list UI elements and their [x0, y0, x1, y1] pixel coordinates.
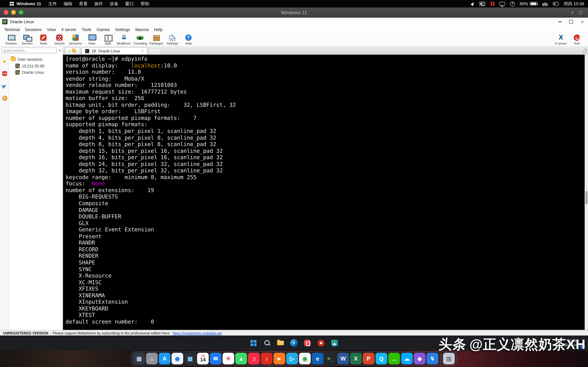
dock-icon-tencent-video[interactable]: ► [274, 353, 285, 364]
parallels-icon[interactable] [490, 1, 495, 6]
terminal-scrollbar[interactable] [585, 55, 588, 330]
menubar-menu-文件[interactable]: 文件 [45, 1, 60, 7]
sidebar-tab-globe[interactable] [1, 95, 8, 101]
minimize-button[interactable] [554, 17, 565, 26]
moba-menu-terminal[interactable]: Terminal [1, 27, 22, 32]
menubar-menu-设备[interactable]: 设备 [106, 1, 122, 7]
close-button[interactable]: × [577, 17, 588, 26]
dock-icon-word[interactable]: W [337, 353, 349, 364]
dock-icon-powerpoint[interactable]: P [363, 353, 374, 364]
moba-menu-macros[interactable]: Macros [133, 27, 151, 32]
quick-connect-input[interactable] [1, 48, 57, 53]
toolbar-tools-button[interactable]: Tools [35, 33, 51, 47]
tab-oracle-linux[interactable]: 18. Oracle Linux × [81, 47, 147, 54]
wifi-icon[interactable] [542, 2, 548, 6]
tab-new[interactable] [148, 48, 161, 54]
menubar-menu-查看[interactable]: 查看 [76, 1, 91, 7]
dock-icon-launchpad[interactable]: ▦ [133, 353, 145, 364]
moba-menu-x-server[interactable]: X server [59, 27, 79, 32]
zoom-window-button[interactable] [19, 10, 23, 15]
tab-home[interactable]: ↑ [64, 47, 80, 54]
taskbar-search-button[interactable] [262, 338, 272, 348]
dock-icon-trash[interactable]: ▥ [443, 353, 455, 364]
taskbar-app-pink-button[interactable] [302, 338, 313, 348]
dock-icon-calendar[interactable]: 7月14 [197, 353, 209, 364]
menubar-menu-窗口[interactable]: 窗口 [122, 1, 137, 7]
taskbar-edge-button[interactable] [289, 338, 299, 348]
dock-icon-terminal[interactable]: >_ [325, 353, 336, 364]
dock-icon-music[interactable]: ♫ [248, 353, 260, 364]
dock-icon-mail[interactable]: ✉ [210, 353, 221, 364]
vm-window-titlebar[interactable]: Windows 11 ▾ [0, 8, 588, 17]
toolbar-settings-button[interactable]: Settings [164, 33, 180, 47]
dock-icon-thunder[interactable]: ↯ [427, 353, 438, 364]
dock-icon-photos[interactable]: ✳ [223, 353, 234, 364]
tree-item-session[interactable]: Oracle Linux [10, 69, 62, 75]
input-source-icon[interactable] [479, 1, 485, 6]
toolbar-tunneling-button[interactable]: Tunneling [132, 33, 148, 47]
gear-icon[interactable] [579, 10, 583, 14]
sidebar-tab-tools[interactable] [1, 70, 8, 77]
minimize-window-button[interactable] [11, 10, 16, 15]
tree-root-user-sessions[interactable]: User sessions [10, 56, 62, 63]
toolbar-servers-button[interactable]: Servers [19, 33, 35, 47]
tree-item-session[interactable]: 10.211.55.65 [10, 63, 62, 69]
taskbar-file-explorer-button[interactable] [275, 338, 286, 348]
menubar-menu-帮助[interactable]: 帮助 [137, 1, 153, 7]
toolbar-games-button[interactable]: Games [52, 33, 68, 47]
dock-icon-app-store[interactable]: A [159, 353, 170, 364]
dock-icon-qq[interactable]: Q [376, 353, 387, 364]
tab-close-icon[interactable]: × [141, 49, 144, 53]
toolbar-session-button[interactable]: Session [3, 33, 19, 47]
moba-menu-settings[interactable]: Settings [112, 27, 133, 32]
mobaxterm-titlebar[interactable]: Oracle Linux × [0, 17, 588, 26]
quick-connect-options-icon[interactable]: ✳ [58, 49, 61, 52]
dock-icon-safari[interactable]: ◉ [172, 353, 183, 364]
menubar-app-name[interactable]: Windows 11 [17, 1, 41, 6]
gauge-icon[interactable] [510, 1, 515, 6]
sidebar-tab-plane[interactable] [1, 83, 8, 89]
toolbar-multiexec-button[interactable]: MultiExec [116, 33, 132, 47]
sidebar-tab-star[interactable]: ★ [1, 58, 8, 65]
moba-menu-tools[interactable]: Tools [79, 27, 94, 32]
toolbar-help-button[interactable]: Help [180, 33, 197, 47]
dock-icon-netease-music[interactable]: ♪ [261, 353, 272, 364]
dock-icon-player[interactable]: ◈ [414, 353, 425, 364]
taskbar-start-button[interactable] [248, 338, 259, 348]
menubar-clock[interactable]: 周四 10:36 [564, 1, 584, 7]
taskbar-gallery-button[interactable] [329, 338, 340, 348]
dock-icon-maps[interactable]: ▲ [235, 353, 247, 364]
toolbar-split-button[interactable]: Split [100, 33, 116, 47]
taskbar-app-red-button[interactable] [316, 338, 326, 348]
display-icon[interactable] [500, 2, 505, 6]
toolbar-x-server-button[interactable]: X server [553, 33, 569, 47]
maximize-button[interactable] [565, 17, 577, 26]
toolbar-sessions-button[interactable]: Sessions [68, 33, 84, 47]
moba-menu-games[interactable]: Games [94, 27, 112, 32]
toolbar-view-button[interactable]: View [84, 33, 100, 47]
control-center-icon[interactable] [553, 2, 559, 6]
chevron-down-icon[interactable]: ▾ [571, 10, 573, 14]
scrollbar-thumb[interactable] [585, 191, 588, 204]
battery-indicator[interactable]: 80% [520, 1, 537, 6]
dock-icon-chrome[interactable]: ◉ [299, 353, 311, 364]
dock-icon-cloud-drive[interactable]: ☁ [401, 353, 413, 364]
dock-icon-system-settings[interactable]: ☼ [146, 353, 158, 364]
dock-icon-bilibili[interactable]: ▷ [286, 353, 298, 364]
moba-menu-view[interactable]: View [44, 27, 59, 32]
toolbar-packages-button[interactable]: Packages [148, 33, 164, 47]
dock-icon-excel[interactable]: X [350, 353, 362, 364]
menubar-menu-操作[interactable]: 操作 [91, 1, 106, 7]
moba-menu-sessions[interactable]: Sessions [22, 27, 44, 32]
location-icon[interactable] [471, 1, 475, 6]
close-window-button[interactable] [4, 10, 8, 15]
dock-icon-edge[interactable]: e [312, 353, 323, 364]
moba-menu-help[interactable]: Help [151, 27, 165, 32]
terminal[interactable]: [root@oracle ~]# xdpyinfoname of display… [63, 55, 585, 330]
dock-icon-apps-grid[interactable]: ▩ [184, 353, 196, 364]
menubar-menu-编辑[interactable]: 编辑 [60, 1, 76, 7]
toolbar-exit-button[interactable]: Exit [569, 33, 585, 47]
mobatek-link[interactable]: https://mobaxterm.mobatek.net [173, 331, 222, 335]
paperclip-icon[interactable] [582, 48, 587, 53]
dock-icon-wechat[interactable]: … [388, 353, 400, 364]
